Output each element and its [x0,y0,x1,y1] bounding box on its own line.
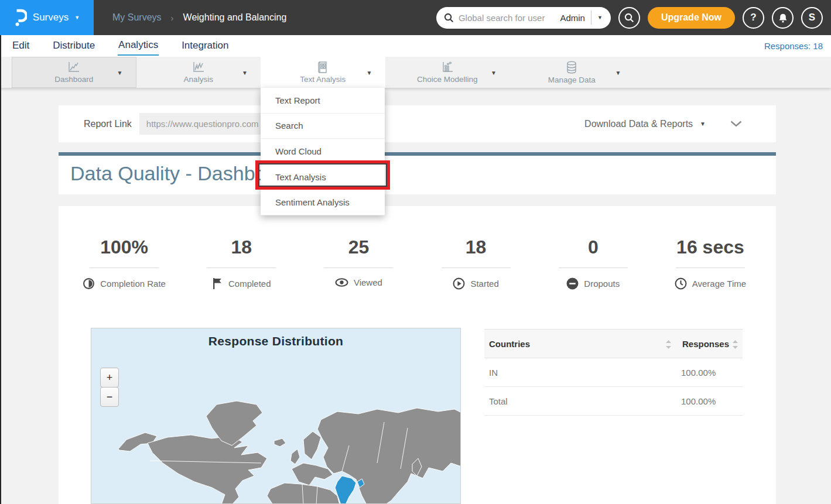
chevron-down-icon[interactable]: ▼ [117,69,123,76]
text-analysis-dropdown-menu: Text Report Search Word Cloud Text Analy… [261,88,385,215]
top-navbar: Surveys ▼ My Surveys › Weighting and Bal… [0,0,831,35]
survey-stats-row: 100% Completion Rate 18 Completed 25 [59,206,776,290]
toolbar-dashboard-button[interactable]: Dashboard ▼ [12,57,136,88]
chevron-down-icon[interactable]: ▼ [615,69,621,76]
map-zoom-out-button[interactable]: − [100,387,119,407]
toolbar-choice-modelling-button[interactable]: Choice Modelling ▼ [385,57,510,88]
stat-divider [324,268,393,268]
avatar-letter: S [809,12,815,23]
bell-icon [778,13,788,23]
global-search-box[interactable]: Admin ▼ [436,7,611,29]
countries-column-header[interactable]: Countries [489,339,530,349]
toolbar-analysis-button[interactable]: Analysis ▼ [136,57,261,88]
stat-value: 0 [535,236,652,258]
stat-divider [207,268,276,268]
tab-edit[interactable]: Edit [12,37,30,55]
page-title: Data Quality - Dashboard [59,156,776,185]
app-window: Surveys ▼ My Surveys › Weighting and Bal… [0,0,831,504]
menu-item-word-cloud[interactable]: Word Cloud [261,139,385,164]
questionpro-logo-icon [14,9,27,26]
analytics-toolbar: Dashboard ▼ Analysis ▼ Text Analysis ▼ C… [0,57,831,88]
stat-label: Completion Rate [100,279,166,289]
map-zoom-controls: + − [100,368,119,407]
line-chart-icon [67,61,80,73]
breadcrumb-my-surveys[interactable]: My Surveys [112,12,162,23]
flag-icon [212,277,223,290]
upgrade-now-button[interactable]: Upgrade Now [648,7,735,29]
left-edge-strip [0,35,1,504]
toolbar-text-analysis-button[interactable]: Text Analysis ▼ [261,57,385,88]
account-avatar[interactable]: S [801,7,823,29]
clock-icon [675,277,687,290]
stat-value: 18 [183,236,300,258]
help-button[interactable]: ? [743,7,764,29]
completion-rate-icon [83,277,95,290]
stat-label: Started [470,279,498,289]
stat-value: 25 [300,236,417,258]
tab-integration[interactable]: Integration [181,37,229,55]
stat-started: 18 Started [418,236,535,290]
chevron-down-icon[interactable]: ▼ [242,69,248,76]
toolbar-item-label: Analysis [184,75,213,84]
response-distribution-map: Response Distribution + − [91,328,461,504]
responses-cell: 100.00% [681,368,716,378]
stat-value: 100% [66,236,183,258]
report-document-icon [317,61,329,73]
toolbar-item-label: Choice Modelling [417,75,478,84]
world-map[interactable] [91,328,461,504]
collapse-panel-chevron[interactable] [730,121,742,127]
minus-circle-icon [566,277,579,290]
play-circle-icon [453,277,465,290]
notifications-button[interactable] [772,7,794,29]
database-icon [566,61,577,74]
tab-distribute[interactable]: Distribute [52,37,95,55]
menu-item-search[interactable]: Search [261,114,385,139]
toolbar-manage-data-button[interactable]: Manage Data ▼ [509,57,634,88]
stat-completed: 18 Completed [183,236,300,290]
responses-column-header[interactable]: Responses [682,339,729,349]
topbar-actions: Admin ▼ Upgrade Now ? S [436,7,831,29]
sort-icon[interactable] [666,340,671,349]
stat-viewed: 25 Viewed [300,236,417,290]
report-link-label: Report Link [84,119,132,129]
multi-line-chart-icon [192,61,205,73]
stat-completion-rate: 100% Completion Rate [66,236,183,290]
map-title: Response Distribution [91,334,460,348]
map-land-north-america [148,435,267,504]
stat-label: Average Time [692,279,746,289]
stat-label: Dropouts [584,279,620,289]
responses-cell: 100.00% [681,396,716,406]
surveys-label: Surveys [33,12,69,23]
help-label: ? [750,12,756,23]
surveys-menu-button[interactable]: Surveys ▼ [0,0,94,35]
page-title-panel: Data Quality - Dashboard [59,152,776,194]
breadcrumb-survey-name: Weighting and Balancing [183,12,287,23]
chevron-down-icon[interactable]: ▼ [367,69,372,76]
stat-divider [442,268,511,268]
table-row: IN 100.00% [484,358,743,387]
search-button[interactable] [618,7,640,29]
responses-count: Responses: 18 [764,41,831,51]
countries-table: Countries Responses IN 100.00% Total 100… [484,329,743,416]
search-icon [624,13,634,23]
scatter-chart-icon [441,61,454,73]
country-cell: IN [489,368,498,378]
stat-label: Viewed [354,277,382,287]
download-data-reports-label: Download Data & Reports [584,119,693,129]
global-search-input[interactable] [459,13,557,23]
breadcrumb-separator-icon: › [171,13,174,23]
search-scope-caret-icon[interactable]: ▼ [591,15,605,20]
menu-item-text-report[interactable]: Text Report [261,88,385,114]
menu-item-sentiment-analysis[interactable]: Sentiment Analysis [261,190,385,215]
sort-icon[interactable] [733,340,738,349]
stat-divider [559,268,628,268]
survey-section-tabs: Edit Distribute Analytics Integration Re… [0,35,831,57]
search-icon [444,13,454,23]
breadcrumb: My Surveys › Weighting and Balancing [112,12,286,23]
menu-item-text-analysis[interactable]: Text Analysis [261,164,385,190]
download-data-reports-menu[interactable]: Download Data & Reports ▼ [584,119,706,129]
tab-analytics[interactable]: Analytics [118,36,159,56]
eye-icon [335,277,348,287]
chevron-down-icon[interactable]: ▼ [491,69,497,76]
map-zoom-in-button[interactable]: + [100,368,119,388]
